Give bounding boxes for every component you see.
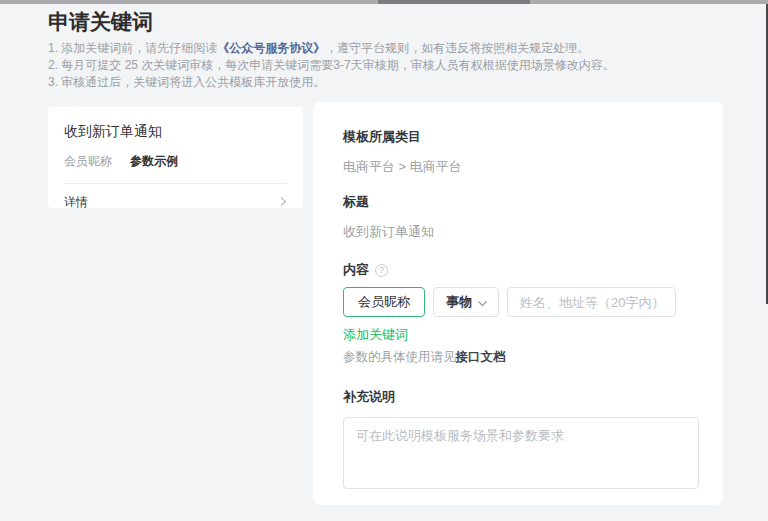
note-textarea[interactable] <box>343 417 699 489</box>
keyword-form-panel: 模板所属类目 电商平台 > 电商平台 标题 收到新订单通知 内容 ? 事物 添加… <box>313 102 723 505</box>
template-preview-card: 收到新订单通知 会员昵称 参数示例 详情 <box>48 107 303 208</box>
instructions: 1. 添加关键词前，请先仔细阅读《公众号服务协议》，遵守平台规则，如有违反将按照… <box>48 40 615 91</box>
preview-param-value: 参数示例 <box>130 153 178 170</box>
chevron-right-icon <box>279 196 287 209</box>
add-keyword-link[interactable]: 添加关键词 <box>343 326 408 344</box>
example-input[interactable] <box>507 287 676 317</box>
type-select-value: 事物 <box>446 293 472 311</box>
preview-param-row: 会员昵称 参数示例 <box>64 153 287 170</box>
title-value: 收到新订单通知 <box>343 223 699 241</box>
keyword-input-row: 事物 <box>343 287 699 317</box>
preview-detail-row[interactable]: 详情 <box>64 194 287 208</box>
service-agreement-link[interactable]: 《公众号服务协议》 <box>217 41 325 55</box>
help-icon[interactable]: ? <box>375 264 388 277</box>
instruction-line-3: 3. 审核通过后，关键词将进入公共模板库开放使用。 <box>48 74 615 91</box>
instruction-line-1: 1. 添加关键词前，请先仔细阅读《公众号服务协议》，遵守平台规则，如有违反将按照… <box>48 40 615 57</box>
doc-hint: 参数的具体使用请见接口文档 <box>343 349 699 366</box>
preview-detail-label: 详情 <box>64 194 88 208</box>
instruction-line-2: 2. 每月可提交 25 次关键词审核，每次申请关键词需要3-7天审核期，审核人员… <box>48 57 615 74</box>
chevron-down-icon <box>477 295 488 310</box>
content-label: 内容 ? <box>343 261 699 279</box>
preview-divider <box>64 183 287 184</box>
type-select[interactable]: 事物 <box>433 287 499 317</box>
page-title: 申请关键词 <box>48 8 153 36</box>
note-label: 补充说明 <box>343 388 699 406</box>
category-value: 电商平台 > 电商平台 <box>343 158 699 176</box>
preview-param-name: 会员昵称 <box>64 153 112 170</box>
preview-title: 收到新订单通知 <box>64 123 287 141</box>
title-label: 标题 <box>343 193 699 211</box>
api-doc-link[interactable]: 接口文档 <box>456 350 506 364</box>
category-label: 模板所属类目 <box>343 128 699 146</box>
window-top-border-dark-segment <box>378 0 530 4</box>
keyword-input[interactable] <box>343 287 425 317</box>
